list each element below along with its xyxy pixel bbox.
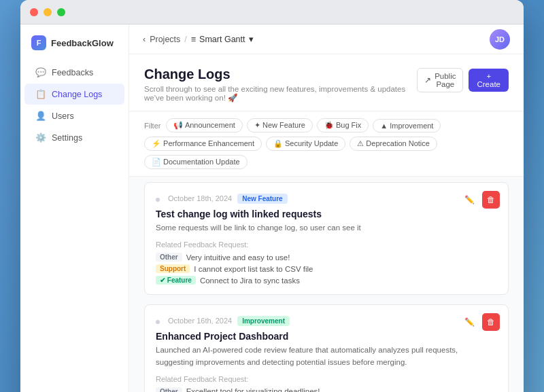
external-link-icon: ↗: [424, 75, 431, 85]
filter-chip-announcement[interactable]: 📢 Announcement: [166, 118, 242, 132]
log-entry-2-meta: October 16th, 2024 Improvement: [156, 315, 497, 327]
window-minimize-dot[interactable]: [44, 8, 52, 16]
app-body: F FeedbackGlow 💬 Feedbacks 📋 Change Logs…: [20, 24, 524, 392]
page-header-text: Change Logs Scroll through to see all th…: [144, 67, 417, 103]
log-badge-1: New Feature: [237, 194, 287, 204]
avatar-initials: JD: [495, 35, 505, 43]
fb-tag-1-0: Other: [156, 253, 182, 262]
breadcrumb-separator: /: [184, 35, 186, 44]
log-date-1: October 18th, 2024: [168, 194, 232, 202]
sidebar: F FeedbackGlow 💬 Feedbacks 📋 Change Logs…: [20, 24, 129, 392]
sidebar-nav: 💬 Feedbacks 📋 Change Logs 👤 Users ⚙️ Set…: [20, 62, 129, 148]
filter-chip-new-feature[interactable]: ✦ New Feature: [247, 118, 313, 132]
page-header-top: Change Logs Scroll through to see all th…: [144, 67, 509, 103]
avatar[interactable]: JD: [490, 29, 510, 50]
back-arrow-icon: ‹: [143, 35, 146, 44]
log-title-2: Enhanced Project Dashboard: [156, 331, 497, 342]
log-title-1: Test change log with linked requests: [156, 209, 497, 219]
log-entry-1: ✏️ 🗑 October 18th, 2024 New Feature Test…: [144, 182, 509, 295]
dropdown-icon[interactable]: ▾: [249, 34, 254, 44]
filter-bar: Filter 📢 Announcement ✦ New Feature 🐞 Bu…: [129, 111, 524, 177]
filter-label: Filter: [144, 122, 160, 130]
fb-tag-1-2: ✔ Feature: [156, 276, 196, 285]
content-area: ✏️ 🗑 October 18th, 2024 New Feature Test…: [129, 177, 524, 392]
dot-indicator-2: [156, 315, 163, 327]
current-page-breadcrumb: ≡ Smart Gantt ▾: [191, 34, 254, 44]
edit-button-2[interactable]: ✏️: [460, 313, 478, 331]
announcement-chip-label: 📢 Announcement: [173, 121, 235, 130]
feedback-item-1-0: Other Very intuitive and easy to use!: [156, 253, 497, 262]
log-entry-2: ✏️ 🗑 October 16th, 2024 Improvement Enha…: [144, 304, 509, 392]
documentation-chip-label: 📄 Documentation Update: [152, 158, 240, 166]
settings-icon: ⚙️: [35, 132, 46, 143]
feedback-items-1: Other Very intuitive and easy to use! Su…: [156, 253, 497, 285]
dot-indicator-1: [156, 192, 163, 204]
edit-button-1[interactable]: ✏️: [460, 191, 478, 209]
window-close-dot[interactable]: [30, 8, 38, 16]
sidebar-item-settings[interactable]: ⚙️ Settings: [24, 127, 124, 148]
fb-text-1-2: Connect to Jira to sync tasks: [200, 277, 300, 285]
deprecation-chip-label: ⚠ Deprecation Notice: [357, 139, 430, 148]
log-entry-1-meta: October 18th, 2024 New Feature: [156, 192, 497, 204]
performance-chip-label: ⚡ Performance Enhancement: [152, 139, 254, 148]
feedback-item-1-2: ✔ Feature Connect to Jira to sync tasks: [156, 276, 497, 285]
feedbacks-icon: 💬: [35, 67, 46, 77]
log-feedback-label-1: Related Feedback Request:: [156, 240, 497, 249]
sidebar-label-settings: Settings: [52, 133, 82, 143]
logo-icon: F: [31, 35, 46, 50]
page-subtitle: Scroll through to see all the exciting n…: [144, 85, 417, 103]
log-entry-2-actions: ✏️ 🗑: [460, 313, 500, 331]
gantt-icon: ≡: [191, 35, 196, 44]
delete-button-1[interactable]: 🗑: [482, 191, 500, 209]
topbar-right: JD: [490, 29, 510, 50]
create-label: + Create: [477, 72, 500, 88]
log-date-2: October 16th, 2024: [168, 317, 232, 325]
fb-tag-1-1: Support: [156, 264, 190, 273]
sidebar-label-users: Users: [52, 111, 74, 121]
feedback-item-2-0: Other Excellent tool for visualizing dea…: [156, 387, 497, 392]
window-maximize-dot[interactable]: [57, 8, 65, 16]
breadcrumb: ‹ Projects / ≡ Smart Gantt ▾: [143, 34, 254, 44]
change-logs-icon: 📋: [35, 89, 46, 99]
breadcrumb-back-btn[interactable]: ‹: [143, 35, 146, 44]
create-button[interactable]: + Create: [469, 69, 509, 92]
security-chip-label: 🔒 Security Update: [273, 139, 338, 148]
fb-tag-2-0: Other: [156, 387, 182, 392]
fb-text-2-0: Excellent tool for visualizing deadlines…: [186, 387, 320, 392]
sidebar-label-change-logs: Change Logs: [52, 90, 102, 99]
filter-chip-documentation[interactable]: 📄 Documentation Update: [144, 155, 248, 169]
header-actions: ↗ Public Page + Create: [417, 68, 509, 92]
filter-chip-deprecation[interactable]: ⚠ Deprecation Notice: [350, 137, 437, 151]
feedback-items-2: Other Excellent tool for visualizing dea…: [156, 387, 497, 392]
filter-chip-improvement[interactable]: ▲ Improvement: [373, 119, 441, 132]
titlebar: [20, 0, 524, 24]
fb-text-1-0: Very intuitive and easy to use!: [186, 253, 290, 262]
projects-breadcrumb[interactable]: Projects: [150, 35, 180, 44]
public-page-button[interactable]: ↗ Public Page: [417, 68, 463, 92]
current-page-label: Smart Gantt: [199, 35, 245, 44]
sidebar-logo: F FeedbackGlow: [20, 35, 129, 61]
delete-button-2[interactable]: 🗑: [482, 313, 500, 331]
sidebar-label-feedbacks: Feedbacks: [52, 68, 93, 77]
app-window: F FeedbackGlow 💬 Feedbacks 📋 Change Logs…: [20, 0, 524, 392]
log-badge-2: Improvement: [237, 316, 290, 326]
filter-chip-bug-fix[interactable]: 🐞 Bug Fix: [317, 118, 369, 132]
new-feature-chip-label: ✦ New Feature: [254, 121, 305, 130]
filter-chip-security[interactable]: 🔒 Security Update: [266, 137, 345, 151]
feedback-item-1-1: Support I cannot export list task to CSV…: [156, 264, 497, 273]
main-content: ‹ Projects / ≡ Smart Gantt ▾ JD: [129, 24, 524, 392]
sidebar-item-feedbacks[interactable]: 💬 Feedbacks: [24, 62, 124, 83]
fb-text-1-1: I cannot export list task to CSV file: [194, 265, 313, 273]
sidebar-item-change-logs[interactable]: 📋 Change Logs: [24, 84, 124, 105]
filter-chip-performance[interactable]: ⚡ Performance Enhancement: [144, 137, 262, 151]
log-desc-1: Some requests will be link to change log…: [156, 222, 497, 234]
public-page-label: Public Page: [435, 72, 456, 88]
log-entry-1-actions: ✏️ 🗑: [460, 191, 500, 209]
improvement-chip-label: ▲ Improvement: [380, 122, 433, 130]
sidebar-item-users[interactable]: 👤 Users: [24, 105, 124, 126]
page-title: Change Logs: [144, 67, 417, 82]
logo-text: FeedbackGlow: [51, 38, 114, 48]
bug-fix-chip-label: 🐞 Bug Fix: [324, 121, 361, 130]
users-icon: 👤: [35, 111, 46, 121]
log-feedback-label-2: Related Feedback Request:: [156, 375, 497, 383]
